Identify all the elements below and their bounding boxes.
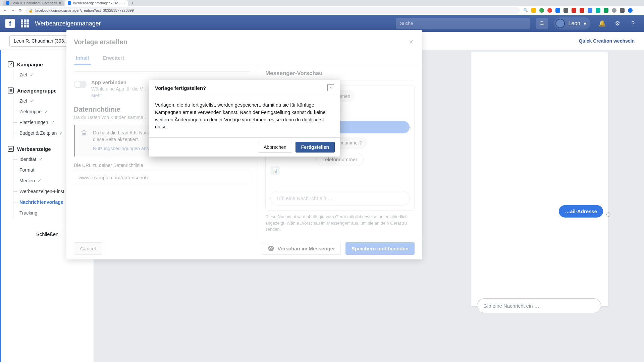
- account-selector[interactable]: Leon R. Chaudhari (303…: [9, 35, 73, 47]
- confirm-finish-button[interactable]: Fertigstellen: [296, 142, 335, 153]
- chrome-menu-icon[interactable]: ⋮: [636, 8, 641, 13]
- reload-icon[interactable]: ⟳: [19, 8, 22, 13]
- check-icon: ✓: [39, 157, 43, 162]
- help-icon[interactable]: ?: [627, 18, 639, 29]
- ext-icon[interactable]: [604, 8, 608, 13]
- lock-icon: 🔒: [29, 8, 33, 13]
- browser-tab-1[interactable]: Werbeanzeigenmanager - Cre… ×: [65, 0, 128, 6]
- search-page-icon[interactable]: 🔍: [523, 8, 528, 13]
- check-icon: ✓: [38, 178, 42, 183]
- account-name: Leon R. Chaudhari (303…: [14, 38, 68, 44]
- svg-line-1: [543, 24, 544, 25]
- ext-icon[interactable]: [588, 8, 592, 13]
- check-icon: ✓: [44, 109, 48, 114]
- url-bar[interactable]: 🔒 facebook.com/adsmanager/creation?act=3…: [25, 7, 520, 14]
- campaign-icon: ✓: [8, 61, 14, 67]
- ext-icon[interactable]: [547, 8, 552, 13]
- background-email-pill: …ail-Adresse: [559, 205, 603, 218]
- check-icon: ✓: [51, 120, 55, 125]
- app-title: Werbeanzeigenmanager: [35, 20, 101, 27]
- apps-grid-icon[interactable]: [21, 19, 29, 27]
- tab-close-icon[interactable]: ×: [123, 1, 125, 5]
- confirm-dialog: Vorlage fertigstellen? × Vorlagen, die d…: [149, 80, 340, 157]
- confirm-body: Vorlagen, die du fertigstellst, werden g…: [149, 96, 340, 138]
- profile-avatar-icon[interactable]: [628, 8, 633, 13]
- background-preview-panel: [471, 52, 609, 307]
- chevron-down-icon: ▾: [584, 20, 586, 27]
- new-tab-icon[interactable]: +: [129, 1, 136, 5]
- ext-icon[interactable]: [539, 8, 544, 13]
- star-icon[interactable]: [531, 8, 536, 13]
- user-menu[interactable]: Leon ▾: [554, 17, 590, 29]
- browser-tabstrip: Leon R. Chaudhari | Facebook × Werbeanze…: [0, 0, 644, 6]
- ext-icon[interactable]: [612, 8, 616, 13]
- check-icon: ✓: [30, 72, 34, 77]
- extension-tray: 🔍 ⋮: [523, 8, 641, 13]
- ext-icon[interactable]: [564, 8, 568, 13]
- back-icon[interactable]: ←: [3, 8, 7, 13]
- sent-check-icon: [606, 213, 610, 217]
- url-text: facebook.com/adsmanager/creation?act=303…: [35, 8, 134, 12]
- quick-creation-link[interactable]: Quick Creation wechseln: [579, 38, 635, 44]
- search-box[interactable]: [396, 18, 530, 29]
- search-icon: [539, 21, 545, 26]
- notifications-icon[interactable]: 🔔: [596, 18, 608, 29]
- adset-icon: ⊞: [8, 87, 14, 94]
- confirm-close-button[interactable]: ×: [327, 84, 334, 91]
- tab-title: Leon R. Chaudhari | Facebook: [11, 1, 57, 5]
- ext-icon[interactable]: [555, 8, 560, 13]
- confirm-title: Vorlage fertigstellen?: [155, 85, 206, 91]
- settings-gear-icon[interactable]: ⚙: [612, 18, 623, 29]
- svg-point-0: [540, 21, 543, 24]
- ext-icon[interactable]: [580, 8, 584, 13]
- browser-tab-0[interactable]: Leon R. Chaudhari | Facebook ×: [3, 0, 64, 6]
- browser-toolbar: ← → ⟳ 🔒 facebook.com/adsmanager/creation…: [0, 6, 644, 15]
- tab-title: Werbeanzeigenmanager - Cre…: [73, 1, 121, 5]
- user-name: Leon: [568, 20, 580, 26]
- confirm-cancel-button[interactable]: Abbrechen: [258, 142, 292, 153]
- favicon-facebook: [68, 1, 71, 5]
- ext-icon[interactable]: [620, 8, 625, 13]
- tab-close-icon[interactable]: ×: [59, 1, 61, 5]
- avatar: [555, 19, 565, 28]
- check-icon: ✓: [30, 98, 34, 104]
- background-message-input: Gib eine Nachricht ein …: [477, 298, 601, 313]
- ext-icon[interactable]: [596, 8, 600, 13]
- search-button[interactable]: [536, 18, 548, 29]
- fb-logo-icon[interactable]: f: [5, 19, 15, 28]
- forward-icon[interactable]: →: [11, 8, 15, 13]
- ad-icon: ▭: [8, 146, 14, 152]
- fb-header: f Werbeanzeigenmanager Leon ▾ 🔔 ⚙ ?: [0, 15, 644, 32]
- check-icon: ✓: [59, 130, 63, 136]
- search-input[interactable]: [400, 21, 526, 26]
- favicon-facebook: [6, 1, 9, 5]
- ext-icon[interactable]: [572, 8, 576, 13]
